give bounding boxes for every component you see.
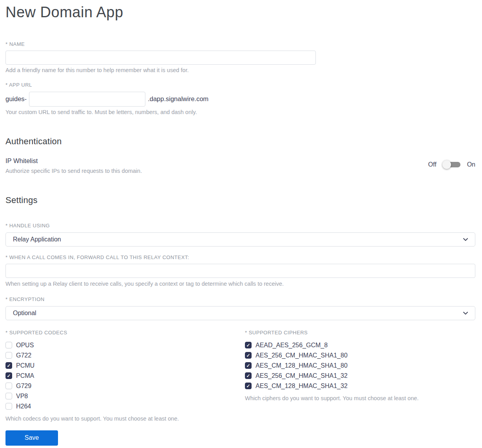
handle-using-select[interactable]: Relay Application	[5, 232, 475, 247]
check-row: ✓ G729	[5, 381, 245, 391]
checkmark-icon: ✓	[246, 374, 250, 378]
supported-codecs-group: * SUPPORTED CODECS ✓ OPUS ✓ G722 ✓ PCMU …	[5, 330, 245, 422]
supported-ciphers-group: * SUPPORTED CIPHERS ✓ AEAD_AES_256_GCM_8…	[245, 330, 475, 422]
relay-context-input[interactable]	[5, 264, 475, 278]
checkbox-label[interactable]: AEAD_AES_256_GCM_8	[255, 342, 328, 349]
codecs-help-text: Which codecs do you want to support. You…	[5, 415, 245, 422]
app-url-row: guides- .dapp.signalwire.com	[5, 92, 475, 107]
app-url-help-text: Your custom URL to send traffic to. Must…	[5, 109, 475, 115]
check-row: ✓ PCMA	[5, 371, 245, 381]
checkbox-label[interactable]: AES_CM_128_HMAC_SHA1_80	[255, 362, 348, 369]
checkmark-icon: ✓	[246, 363, 250, 368]
checkbox-label[interactable]: AES_CM_128_HMAC_SHA1_32	[255, 383, 348, 390]
checkbox-label[interactable]: AES_256_CM_HMAC_SHA1_32	[255, 372, 348, 379]
app-url-prefix: guides-	[5, 95, 27, 103]
cipher-checkbox-aes-256-cm-hmac-sha1-32[interactable]: ✓	[245, 372, 252, 379]
handle-using-selected-value: Relay Application	[13, 236, 61, 243]
settings-heading: Settings	[5, 195, 475, 205]
cipher-checkbox-aes-cm-128-hmac-sha1-32[interactable]: ✓	[245, 383, 252, 389]
name-field-group: * NAME Add a friendly name for this numb…	[5, 41, 475, 73]
ip-whitelist-toggle[interactable]	[443, 162, 460, 167]
relay-context-field-group: * WHEN A CALL COMES IN, FORWARD CALL TO …	[5, 254, 475, 287]
ip-whitelist-text: IP Whitelist Authorize specific IPs to s…	[5, 157, 142, 174]
checkmark-icon: ✓	[246, 384, 250, 388]
check-row: ✓ AES_CM_128_HMAC_SHA1_32	[245, 381, 475, 391]
checkmark-icon: ✓	[246, 343, 250, 348]
checkbox-label[interactable]: VP8	[16, 393, 28, 400]
toggle-on-label: On	[467, 161, 475, 168]
chevron-down-icon	[462, 236, 469, 243]
check-row: ✓ OPUS	[5, 340, 245, 350]
check-row: ✓ VP8	[5, 391, 245, 401]
encryption-label: * ENCRYPTION	[5, 296, 475, 302]
checkbox-label[interactable]: PCMA	[16, 372, 34, 379]
checkmark-icon: ✓	[7, 374, 11, 378]
supported-codecs-label: * SUPPORTED CODECS	[5, 330, 245, 336]
check-row: ✓ AES_256_CM_HMAC_SHA1_32	[245, 371, 475, 381]
checkmark-icon: ✓	[246, 353, 250, 358]
ip-whitelist-label: IP Whitelist	[5, 157, 142, 165]
check-row: ✓ H264	[5, 401, 245, 412]
ciphers-help-text: Which ciphers do you want to support. Yo…	[245, 395, 475, 401]
save-button[interactable]: Save	[5, 430, 58, 446]
name-label: * NAME	[5, 41, 475, 47]
codec-checkbox-g722[interactable]: ✓	[5, 352, 12, 359]
supported-ciphers-label: * SUPPORTED CIPHERS	[245, 330, 475, 336]
check-row: ✓ PCMU	[5, 361, 245, 371]
page-title: New Domain App	[5, 3, 475, 22]
handle-using-field-group: * HANDLE USING Relay Application	[5, 223, 475, 247]
ip-whitelist-row: IP Whitelist Authorize specific IPs to s…	[5, 157, 475, 174]
name-input[interactable]	[5, 51, 316, 65]
new-domain-app-form: New Domain App * NAME Add a friendly nam…	[0, 0, 482, 446]
authentication-heading: Authentication	[5, 136, 475, 147]
cipher-checkbox-aes-cm-128-hmac-sha1-80[interactable]: ✓	[245, 362, 252, 369]
check-row: ✓ G722	[5, 350, 245, 361]
encryption-selected-value: Optional	[13, 310, 36, 317]
relay-context-label: * WHEN A CALL COMES IN, FORWARD CALL TO …	[5, 254, 475, 260]
checkbox-label[interactable]: OPUS	[16, 342, 34, 349]
encryption-select[interactable]: Optional	[5, 306, 475, 320]
handle-using-label: * HANDLE USING	[5, 223, 475, 229]
check-row: ✓ AEAD_AES_256_GCM_8	[245, 340, 475, 350]
checkbox-label[interactable]: G722	[16, 352, 31, 359]
cipher-checkbox-aes-256-cm-hmac-sha1-80[interactable]: ✓	[245, 352, 252, 359]
app-url-label: * APP URL	[5, 82, 475, 88]
toggle-knob-icon	[442, 160, 451, 169]
codecs-check-list: ✓ OPUS ✓ G722 ✓ PCMU ✓ PCMA ✓ G729 ✓ VP8	[5, 340, 245, 412]
codec-checkbox-h264[interactable]: ✓	[5, 403, 12, 410]
name-help-text: Add a friendly name for this number to h…	[5, 67, 475, 73]
app-url-field-group: * APP URL guides- .dapp.signalwire.com Y…	[5, 82, 475, 115]
check-row: ✓ AES_CM_128_HMAC_SHA1_80	[245, 361, 475, 371]
ip-whitelist-help-text: Authorize specific IPs to send requests …	[5, 168, 142, 174]
encryption-field-group: * ENCRYPTION Optional	[5, 296, 475, 320]
codec-checkbox-g729[interactable]: ✓	[5, 383, 12, 389]
codec-checkbox-opus[interactable]: ✓	[5, 342, 12, 348]
app-url-input[interactable]	[29, 92, 145, 107]
codecs-ciphers-columns: * SUPPORTED CODECS ✓ OPUS ✓ G722 ✓ PCMU …	[5, 330, 475, 422]
ciphers-check-list: ✓ AEAD_AES_256_GCM_8 ✓ AES_256_CM_HMAC_S…	[245, 340, 475, 391]
relay-context-help-text: When setting up a Relay client to receiv…	[5, 281, 475, 287]
app-url-suffix: .dapp.signalwire.com	[148, 95, 208, 103]
check-row: ✓ AES_256_CM_HMAC_SHA1_80	[245, 350, 475, 361]
toggle-off-label: Off	[428, 161, 437, 168]
codec-checkbox-pcmu[interactable]: ✓	[5, 362, 12, 369]
chevron-down-icon	[462, 310, 469, 316]
codec-checkbox-vp8[interactable]: ✓	[5, 393, 12, 399]
checkbox-label[interactable]: H264	[16, 403, 31, 410]
codec-checkbox-pcma[interactable]: ✓	[5, 372, 12, 379]
ip-whitelist-toggle-group: Off On	[428, 161, 475, 168]
cipher-checkbox-aead-aes-256-gcm-8[interactable]: ✓	[245, 342, 252, 348]
checkmark-icon: ✓	[7, 363, 11, 368]
checkbox-label[interactable]: PCMU	[16, 362, 34, 369]
checkbox-label[interactable]: AES_256_CM_HMAC_SHA1_80	[255, 352, 348, 359]
checkbox-label[interactable]: G729	[16, 383, 31, 390]
